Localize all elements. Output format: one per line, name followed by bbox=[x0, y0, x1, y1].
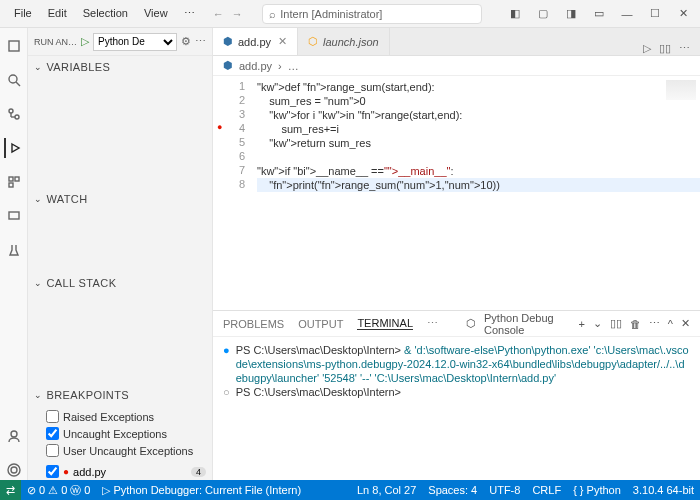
remote-icon[interactable] bbox=[4, 206, 24, 226]
debug-icon[interactable] bbox=[4, 138, 24, 158]
bp-file-entry[interactable]: ● add.py 4 bbox=[28, 463, 212, 480]
nav-arrows: ← → bbox=[213, 8, 243, 20]
debug-config-select[interactable]: Python De bbox=[93, 33, 177, 51]
status-python[interactable]: 3.10.4 64-bit bbox=[627, 484, 700, 496]
layout-4-icon[interactable]: ▭ bbox=[586, 3, 612, 25]
activity-bar bbox=[0, 28, 28, 480]
layout-2-icon[interactable]: ▢ bbox=[530, 3, 556, 25]
status-bar: ⇄ ⊘0 ⚠0 ⓦ0 ▷ Python Debugger: Current Fi… bbox=[0, 480, 700, 500]
code-editor[interactable]: 123●45678 "kw">def "fn">range_sum(start,… bbox=[213, 76, 700, 310]
status-eol[interactable]: CRLF bbox=[526, 484, 567, 496]
bottom-panel: PROBLEMS OUTPUT TERMINAL ⋯ ⬡ Python Debu… bbox=[213, 310, 700, 480]
scm-icon[interactable] bbox=[4, 104, 24, 124]
status-debugger[interactable]: ▷ Python Debugger: Current File (Intern) bbox=[96, 484, 307, 497]
gear-icon[interactable] bbox=[4, 460, 24, 480]
bp-file-check[interactable] bbox=[46, 465, 59, 478]
menu-selection[interactable]: Selection bbox=[77, 3, 134, 24]
bp-user-uncaught[interactable]: User Uncaught Exceptions bbox=[46, 442, 204, 459]
debug-gear-icon[interactable]: ⚙ bbox=[181, 35, 191, 48]
close-panel-icon[interactable]: ✕ bbox=[681, 317, 690, 330]
remote-status[interactable]: ⇄ bbox=[0, 480, 21, 500]
breadcrumb[interactable]: ⬢ add.py › … bbox=[213, 56, 700, 76]
bp-uncaught[interactable]: Uncaught Exceptions bbox=[46, 425, 204, 442]
svg-line-2 bbox=[16, 82, 20, 86]
terminal-dropdown-icon[interactable]: ⌄ bbox=[593, 317, 602, 330]
maximize-icon[interactable]: ☐ bbox=[642, 3, 668, 25]
status-errors[interactable]: ⊘0 ⚠0 ⓦ0 bbox=[21, 483, 96, 498]
menu-edit[interactable]: Edit bbox=[42, 3, 73, 24]
panel-tab-terminal[interactable]: TERMINAL bbox=[357, 317, 413, 330]
python-file-icon: ⬢ bbox=[223, 35, 233, 48]
python-file-icon: ⬢ bbox=[223, 59, 233, 72]
panel-tab-problems[interactable]: PROBLEMS bbox=[223, 318, 284, 330]
svg-point-3 bbox=[9, 109, 13, 113]
editor-tabs: ⬢ add.py ✕ ⬡ launch.json ▷ ▯▯ ⋯ bbox=[213, 28, 700, 56]
terminal-label[interactable]: Python Debug Console bbox=[484, 312, 570, 336]
panel-tab-more-icon[interactable]: ⋯ bbox=[427, 317, 438, 330]
svg-rect-11 bbox=[9, 212, 19, 219]
prompt-marker-icon: ○ bbox=[223, 385, 230, 399]
testing-icon[interactable] bbox=[4, 240, 24, 260]
bp-raised[interactable]: Raised Exceptions bbox=[46, 408, 204, 425]
run-label: RUN AN… bbox=[34, 37, 77, 47]
search-icon[interactable] bbox=[4, 70, 24, 90]
prompt-marker-icon: ● bbox=[223, 343, 230, 385]
nav-back-icon[interactable]: ← bbox=[213, 8, 224, 20]
tab-add-py[interactable]: ⬢ add.py ✕ bbox=[213, 28, 298, 55]
close-icon[interactable]: ✕ bbox=[670, 3, 696, 25]
editor-more-icon[interactable]: ⋯ bbox=[679, 42, 690, 55]
nav-forward-icon[interactable]: → bbox=[232, 8, 243, 20]
split-editor-icon[interactable]: ▯▯ bbox=[659, 42, 671, 55]
svg-rect-9 bbox=[15, 177, 19, 181]
debug-sidebar: RUN AN… ▷ Python De ⚙ ⋯ ⌄VARIABLES ⌄WATC… bbox=[28, 28, 213, 480]
start-debug-icon[interactable]: ▷ bbox=[81, 35, 89, 48]
explorer-icon[interactable] bbox=[4, 36, 24, 56]
account-icon[interactable] bbox=[4, 426, 24, 446]
bp-line-badge: 4 bbox=[191, 467, 206, 477]
svg-rect-8 bbox=[9, 177, 13, 181]
tab-launch-json[interactable]: ⬡ launch.json bbox=[298, 28, 390, 55]
menu-file[interactable]: File bbox=[8, 3, 38, 24]
command-center[interactable]: ⌕ Intern [Administrator] bbox=[262, 4, 482, 24]
svg-rect-10 bbox=[9, 183, 13, 187]
breakpoints-header[interactable]: ⌄BREAKPOINTS bbox=[28, 384, 212, 406]
split-terminal-icon[interactable]: ▯▯ bbox=[610, 317, 622, 330]
terminal-body[interactable]: ●PS C:\Users\mac\Desktop\Intern> & 'd:\s… bbox=[213, 337, 700, 480]
new-terminal-icon[interactable]: + bbox=[578, 318, 584, 330]
layout-1-icon[interactable]: ◧ bbox=[502, 3, 528, 25]
minimize-icon[interactable]: — bbox=[614, 3, 640, 25]
status-encoding[interactable]: UTF-8 bbox=[483, 484, 526, 496]
panel-tab-output[interactable]: OUTPUT bbox=[298, 318, 343, 330]
status-spaces[interactable]: Spaces: 4 bbox=[422, 484, 483, 496]
search-icon: ⌕ bbox=[269, 8, 276, 20]
debug-more-icon[interactable]: ⋯ bbox=[195, 35, 206, 48]
json-file-icon: ⬡ bbox=[308, 35, 318, 48]
window-title: Intern [Administrator] bbox=[280, 8, 382, 20]
svg-point-12 bbox=[11, 431, 17, 437]
callstack-header[interactable]: ⌄CALL STACK bbox=[28, 272, 212, 294]
watch-header[interactable]: ⌄WATCH bbox=[28, 188, 212, 210]
kill-terminal-icon[interactable]: 🗑 bbox=[630, 318, 641, 330]
status-lang[interactable]: { } Python bbox=[567, 484, 627, 496]
svg-point-4 bbox=[15, 115, 19, 119]
layout-3-icon[interactable]: ◨ bbox=[558, 3, 584, 25]
svg-marker-7 bbox=[12, 144, 19, 152]
menu-more[interactable]: ⋯ bbox=[178, 3, 201, 24]
variables-header[interactable]: ⌄VARIABLES bbox=[28, 56, 212, 78]
maximize-panel-icon[interactable]: ^ bbox=[668, 318, 673, 330]
breakpoint-dot-icon: ● bbox=[63, 466, 69, 477]
extensions-icon[interactable] bbox=[4, 172, 24, 192]
debug-bug-icon: ⬡ bbox=[466, 317, 476, 330]
menu-bar: File Edit Selection View ⋯ bbox=[0, 3, 201, 24]
svg-point-1 bbox=[9, 75, 17, 83]
svg-point-14 bbox=[8, 464, 20, 476]
tab-close-icon[interactable]: ✕ bbox=[278, 35, 287, 48]
title-bar: File Edit Selection View ⋯ ← → ⌕ Intern … bbox=[0, 0, 700, 28]
menu-view[interactable]: View bbox=[138, 3, 174, 24]
panel-more-icon[interactable]: ⋯ bbox=[649, 317, 660, 330]
svg-rect-0 bbox=[9, 41, 19, 51]
run-file-icon[interactable]: ▷ bbox=[643, 42, 651, 55]
status-cursor[interactable]: Ln 8, Col 27 bbox=[351, 484, 422, 496]
svg-point-13 bbox=[11, 467, 17, 473]
minimap[interactable] bbox=[666, 80, 696, 100]
